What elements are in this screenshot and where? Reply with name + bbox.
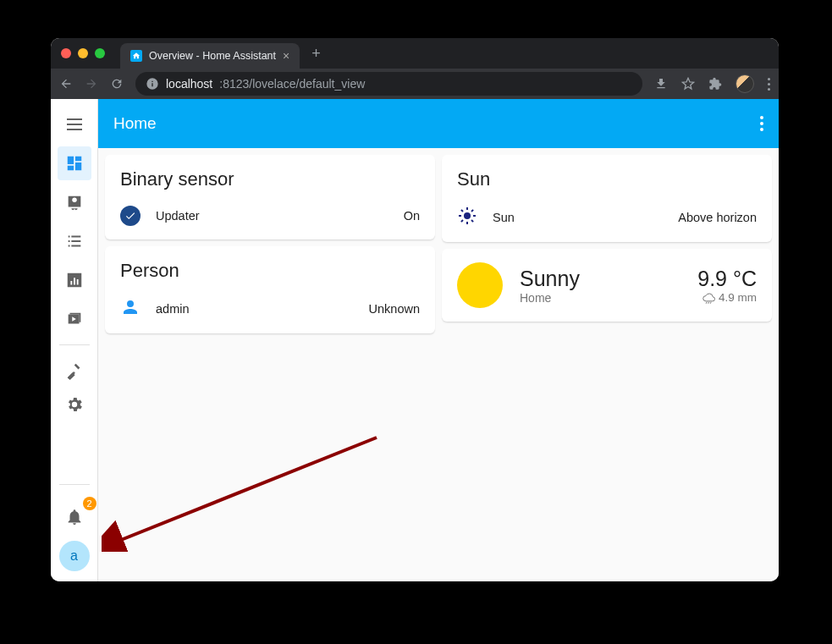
svg-point-1 <box>464 212 471 219</box>
sidebar-user-avatar[interactable]: a <box>59 541 90 571</box>
svg-line-9 <box>471 210 473 212</box>
app-header: Home <box>98 99 779 148</box>
extensions-icon[interactable] <box>708 77 722 91</box>
svg-line-7 <box>471 220 473 222</box>
tab-title: Overview - Home Assistant <box>149 50 276 62</box>
toolbar-right <box>654 74 770 93</box>
notification-badge: 2 <box>83 497 96 510</box>
entity-name: Updater <box>156 209 200 223</box>
profile-avatar[interactable] <box>736 74 754 93</box>
entity-row-sun[interactable]: Sun Above horizon <box>457 206 757 228</box>
menu-toggle-button[interactable] <box>51 107 98 141</box>
install-app-icon[interactable] <box>654 77 668 91</box>
entity-row-admin[interactable]: admin Unknown <box>120 297 420 320</box>
card-weather[interactable]: Sunny Home 9.9 °C 4.9 mm <box>442 249 772 322</box>
browser-window: Overview - Home Assistant × + localhost:… <box>51 38 779 581</box>
close-window-button[interactable] <box>61 48 71 58</box>
tab-favicon-icon <box>130 50 142 62</box>
app-sidebar: 2 a <box>51 99 98 581</box>
sidebar-notifications[interactable]: 2 <box>58 500 91 534</box>
address-bar[interactable]: localhost:8123/lovelace/default_view <box>135 72 642 96</box>
weather-sunny-icon <box>457 262 503 308</box>
dashboard-content: Binary sensor Updater On Person <box>98 148 779 581</box>
weather-location: Home <box>520 291 680 305</box>
browser-menu-button[interactable] <box>768 78 770 91</box>
minimize-window-button[interactable] <box>78 48 88 58</box>
header-menu-button[interactable] <box>760 116 763 131</box>
card-title: Person <box>120 260 420 282</box>
weather-condition: Sunny <box>520 267 680 291</box>
browser-tab[interactable]: Overview - Home Assistant × <box>120 43 300 69</box>
precipitation-icon <box>703 291 715 304</box>
card-sun: Sun Sun Above horizon <box>442 155 772 242</box>
svg-line-8 <box>461 220 463 222</box>
reload-button[interactable] <box>110 77 124 91</box>
sidebar-settings[interactable] <box>58 388 91 421</box>
weather-precipitation: 4.9 mm <box>697 291 757 304</box>
card-title: Binary sensor <box>120 168 420 190</box>
forward-button[interactable] <box>85 77 98 91</box>
sidebar-divider <box>59 344 90 345</box>
url-host: localhost <box>166 77 212 91</box>
page-title: Home <box>113 114 157 133</box>
window-titlebar: Overview - Home Assistant × + <box>51 38 779 69</box>
entity-state: Above horizon <box>678 211 757 224</box>
entity-name: admin <box>156 302 190 316</box>
entity-name: Sun <box>493 211 515 224</box>
maximize-window-button[interactable] <box>95 48 105 58</box>
browser-toolbar: localhost:8123/lovelace/default_view <box>51 69 779 99</box>
card-person: Person admin Unknown <box>105 246 435 333</box>
new-tab-button[interactable]: + <box>311 45 321 63</box>
sidebar-divider-bottom <box>59 484 90 485</box>
svg-line-6 <box>461 210 463 212</box>
check-circle-icon <box>120 206 141 226</box>
tab-close-icon[interactable]: × <box>283 49 289 63</box>
card-binary-sensor: Binary sensor Updater On <box>105 155 435 239</box>
sidebar-overview[interactable] <box>58 146 91 180</box>
sidebar-map[interactable] <box>58 185 91 219</box>
weather-temperature: 9.9 °C <box>697 267 757 291</box>
entity-state: Unknown <box>369 302 420 316</box>
url-path: :8123/lovelace/default_view <box>219 77 365 91</box>
user-initial: a <box>70 548 78 564</box>
app-main: Home Binary sensor Updater On <box>98 99 779 581</box>
card-title: Sun <box>457 168 757 190</box>
bookmark-icon[interactable] <box>681 77 695 91</box>
sidebar-logbook[interactable] <box>58 224 91 258</box>
app-viewport: 2 a Home Binary sensor <box>51 99 779 581</box>
site-info-icon <box>146 77 159 91</box>
sidebar-media[interactable] <box>58 302 91 336</box>
sidebar-history[interactable] <box>58 263 91 297</box>
sidebar-devtools[interactable] <box>58 354 91 388</box>
sun-icon <box>457 206 477 228</box>
entity-state: On <box>404 209 420 223</box>
person-icon <box>120 297 141 320</box>
traffic-lights <box>61 48 105 58</box>
svg-point-0 <box>72 198 77 203</box>
back-button[interactable] <box>59 77 73 91</box>
entity-row-updater[interactable]: Updater On <box>120 206 420 226</box>
